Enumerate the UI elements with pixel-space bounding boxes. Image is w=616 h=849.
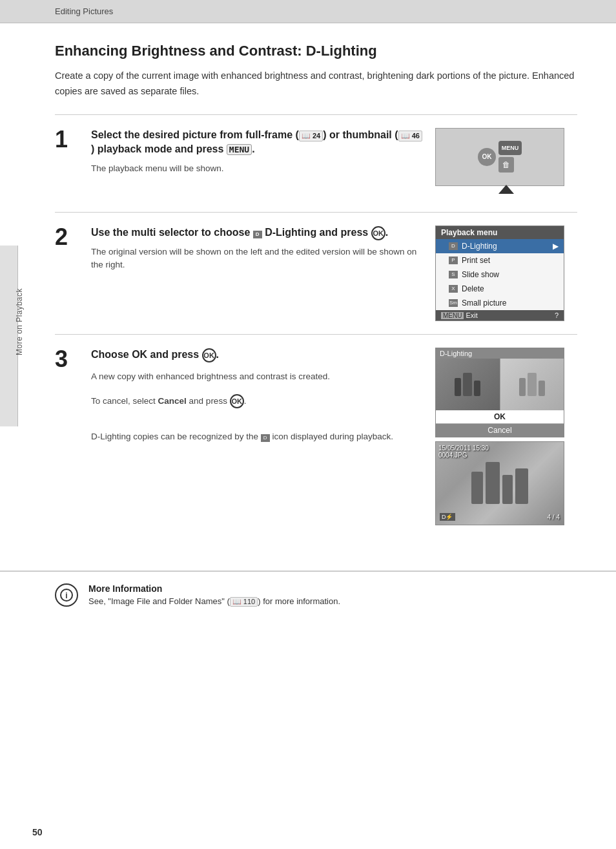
step-1-content: Select the desired picture from full-fra… xyxy=(91,128,422,175)
intro-text: Create a copy of the current image with … xyxy=(55,68,577,98)
ref-46: 📖 46 xyxy=(398,131,422,142)
arrow-right-icon: ▶ xyxy=(553,242,559,251)
step-1: 1 Select the desired picture from full-f… xyxy=(55,114,577,212)
menu-item-delete: X Delete xyxy=(436,282,564,296)
menu-key: MENU xyxy=(227,144,252,155)
menu-item-dlighting: D D-Lighting ▶ xyxy=(436,239,564,253)
breadcrumb: Editing Pictures xyxy=(55,6,113,16)
camera-buttons: OK MENU 🗑 xyxy=(435,128,564,186)
ref-24: 📖 24 xyxy=(299,131,323,142)
photo-screen: 15/05/2011 15:30 0004.JPG D⚡ 4 / 4 xyxy=(435,441,564,525)
more-info-icon: i xyxy=(55,583,78,607)
dlighting-label: D-Lighting xyxy=(462,242,497,251)
smallpicture-icon: Sm xyxy=(449,299,458,307)
figure-4 xyxy=(515,468,528,504)
sidebar-tab: More on Playback xyxy=(0,246,18,426)
slideshow-icon: S xyxy=(449,271,458,278)
photo-date: 15/05/2011 15:30 xyxy=(438,445,489,452)
cam-btn-inner: OK MENU 🗑 xyxy=(478,141,522,173)
more-info-title: More Information xyxy=(88,583,340,594)
menu-btn: MENU xyxy=(498,141,522,155)
more-info-text: See, "Image File and Folder Names" (📖 11… xyxy=(88,596,340,607)
step-3-heading: Choose OK and press OK. xyxy=(91,348,422,362)
playback-menu: Playback menu D D-Lighting ▶ P Print set… xyxy=(435,225,564,321)
ok-circle-2: OK xyxy=(371,226,385,240)
figure-1 xyxy=(471,472,483,504)
menu-item-smallpicture: Sm Small picture xyxy=(436,296,564,310)
cam-btn-wrapper: OK MENU 🗑 xyxy=(435,128,577,186)
step-2-number: 2 xyxy=(55,225,78,249)
help-icon: ? xyxy=(555,311,559,319)
menu-item-slideshow: S Slide show xyxy=(436,267,564,282)
menu-footer-text: MENU Exit xyxy=(441,311,478,319)
dlighting-copy-icon: D xyxy=(261,434,270,442)
bottom-section: i More Information See, "Image File and … xyxy=(0,571,616,618)
step-1-heading: Select the desired picture from full-fra… xyxy=(91,128,422,157)
step-1-image: OK MENU 🗑 xyxy=(435,128,577,199)
step-3: 3 Choose OK and press OK. A new copy wit… xyxy=(55,334,577,538)
menu-key-footer: MENU xyxy=(441,312,464,319)
step-2-content: Use the multi selector to choose D D-Lig… xyxy=(91,225,422,271)
header-bar: Editing Pictures xyxy=(0,0,616,23)
step-1-sub: The playback menu will be shown. xyxy=(91,162,422,175)
dlighting-screen: D-Lighting xyxy=(435,348,564,437)
delete-label: Delete xyxy=(462,284,484,293)
trash-btn: 🗑 xyxy=(498,157,514,173)
step-2-heading: Use the multi selector to choose D D-Lig… xyxy=(91,225,422,240)
photo-dlighting-icon: D⚡ xyxy=(440,513,455,521)
ok-circle-cancel: OK xyxy=(230,394,244,408)
delete-icon: X xyxy=(449,285,458,293)
step-3-content: Choose OK and press OK. A new copy with … xyxy=(91,348,422,443)
step-1-number: 1 xyxy=(55,128,78,151)
d-lighting-icon: D xyxy=(253,231,262,238)
dlighting-before xyxy=(436,359,500,410)
figure-2 xyxy=(486,462,500,504)
photo-counter: 4 / 4 xyxy=(548,514,560,521)
playback-menu-list: D D-Lighting ▶ P Print set S Slide show … xyxy=(436,239,564,310)
printset-label: Print set xyxy=(462,256,490,265)
svg-text:i: i xyxy=(65,591,67,600)
dlighting-cancel-btn[interactable]: Cancel xyxy=(436,424,564,437)
photo-filename: 0004.JPG xyxy=(438,452,489,459)
step-3-note: D-Lighting copies can be recognized by t… xyxy=(91,430,422,443)
ok-circle-3: OK xyxy=(202,348,216,362)
menu-item-printset: P Print set xyxy=(436,253,564,267)
step-3-image: D-Lighting xyxy=(435,348,577,525)
arrow-indicator xyxy=(498,185,514,194)
step-3-number: 3 xyxy=(55,348,78,371)
more-info-content: More Information See, "Image File and Fo… xyxy=(88,583,340,607)
playback-menu-footer: MENU Exit ? xyxy=(436,310,564,320)
step-3-sub1: A new copy with enhanced brightness and … xyxy=(91,370,422,383)
sidebar-label: More on Playback xyxy=(15,317,24,355)
dlighting-after xyxy=(500,359,564,410)
smallpicture-label: Small picture xyxy=(462,299,506,308)
dlighting-ok-btn[interactable]: OK xyxy=(436,410,564,424)
dlighting-screen-title: D-Lighting xyxy=(436,348,564,359)
step-3-sub2: To cancel, select Cancel and press OK. xyxy=(91,394,422,408)
page-number: 50 xyxy=(32,827,43,837)
dlighting-menu-icon: D xyxy=(449,242,458,250)
photo-overlay: 15/05/2011 15:30 0004.JPG xyxy=(438,445,489,459)
slideshow-label: Slide show xyxy=(462,270,499,279)
figure-3 xyxy=(502,475,513,504)
ok-btn: OK xyxy=(478,148,496,166)
page-title: Enhancing Brightness and Contrast: D-Lig… xyxy=(55,43,577,59)
printset-icon: P xyxy=(449,257,458,264)
step-2: 2 Use the multi selector to choose D D-L… xyxy=(55,212,577,334)
info-icon-svg: i xyxy=(60,589,73,602)
step-2-sub: The original version will be shown on th… xyxy=(91,246,422,272)
dlighting-images xyxy=(436,359,564,410)
ref-110: 📖 110 xyxy=(230,597,258,607)
step-3-notes: A new copy with enhanced brightness and … xyxy=(91,370,422,444)
silhouette-figures xyxy=(471,462,528,504)
playback-menu-title: Playback menu xyxy=(436,226,564,239)
step-2-image: Playback menu D D-Lighting ▶ P Print set… xyxy=(435,225,577,321)
main-content: Enhancing Brightness and Contrast: D-Lig… xyxy=(0,23,616,558)
exit-label: Exit xyxy=(466,311,478,319)
